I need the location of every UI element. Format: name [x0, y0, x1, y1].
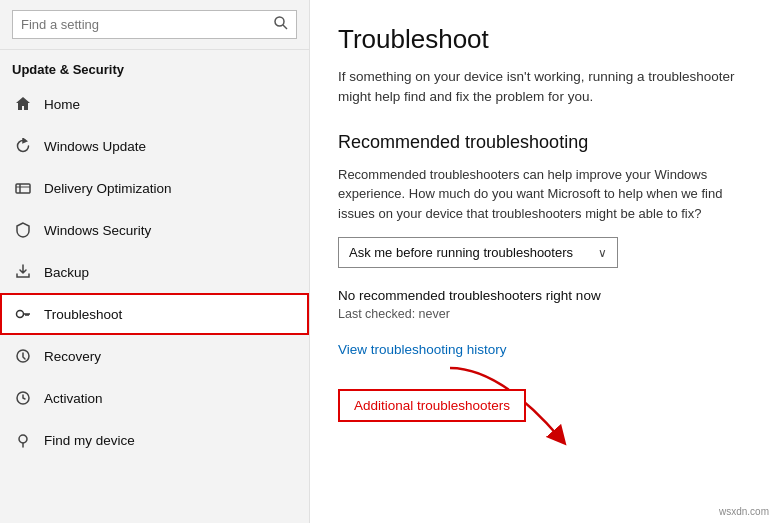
sidebar-item-windows-update[interactable]: Windows Update [0, 125, 309, 167]
sidebar-label-activation: Activation [44, 391, 103, 406]
sidebar-item-windows-security[interactable]: Windows Security [0, 209, 309, 251]
sidebar-label-backup: Backup [44, 265, 89, 280]
sidebar-item-delivery-optimization[interactable]: Delivery Optimization [0, 167, 309, 209]
recovery-icon [14, 347, 32, 365]
backup-icon [14, 263, 32, 281]
sidebar-item-home[interactable]: Home [0, 83, 309, 125]
svg-line-1 [283, 25, 287, 29]
dropdown-value: Ask me before running troubleshooters [349, 245, 573, 260]
svg-marker-2 [23, 139, 27, 143]
sidebar-label-windows-security: Windows Security [44, 223, 151, 238]
sidebar-item-find-device[interactable]: Find my device [0, 419, 309, 461]
recommended-section-title: Recommended troubleshooting [338, 132, 747, 153]
sidebar-label-troubleshoot: Troubleshoot [44, 307, 122, 322]
svg-point-0 [275, 17, 284, 26]
shield-icon [14, 221, 32, 239]
delivery-icon [14, 179, 32, 197]
sidebar-item-troubleshoot[interactable]: Troubleshoot [0, 293, 309, 335]
intro-text: If something on your device isn't workin… [338, 67, 747, 108]
watermark: wsxdn.com [719, 506, 769, 517]
last-checked-text: Last checked: never [338, 307, 747, 321]
home-icon [14, 95, 32, 113]
sidebar-item-backup[interactable]: Backup [0, 251, 309, 293]
search-container [0, 0, 309, 50]
key-icon [14, 305, 32, 323]
sidebar-item-activation[interactable]: Activation [0, 377, 309, 419]
status-text: No recommended troubleshooters right now [338, 288, 747, 303]
search-icon [274, 16, 288, 33]
page-title: Troubleshoot [338, 24, 747, 55]
chevron-down-icon: ∨ [598, 246, 607, 260]
svg-point-5 [17, 311, 24, 318]
sidebar-label-find-device: Find my device [44, 433, 135, 448]
svg-point-11 [19, 435, 27, 443]
sidebar-label-recovery: Recovery [44, 349, 101, 364]
sidebar-label-delivery-optimization: Delivery Optimization [44, 181, 172, 196]
search-box[interactable] [12, 10, 297, 39]
sidebar-section-title: Update & Security [0, 50, 309, 83]
sidebar-item-recovery[interactable]: Recovery [0, 335, 309, 377]
troubleshooter-dropdown[interactable]: Ask me before running troubleshooters ∨ [338, 237, 618, 268]
view-history-link[interactable]: View troubleshooting history [338, 342, 507, 357]
find-icon [14, 431, 32, 449]
main-content: Troubleshoot If something on your device… [310, 0, 775, 523]
refresh-icon [14, 137, 32, 155]
svg-rect-3 [16, 184, 30, 193]
additional-troubleshooters-button[interactable]: Additional troubleshooters [338, 389, 526, 422]
recommended-desc: Recommended troubleshooters can help imp… [338, 165, 747, 224]
sidebar-label-windows-update: Windows Update [44, 139, 146, 154]
search-input[interactable] [21, 17, 274, 32]
sidebar-label-home: Home [44, 97, 80, 112]
activation-icon [14, 389, 32, 407]
sidebar: Update & Security Home Windows Update De… [0, 0, 310, 523]
